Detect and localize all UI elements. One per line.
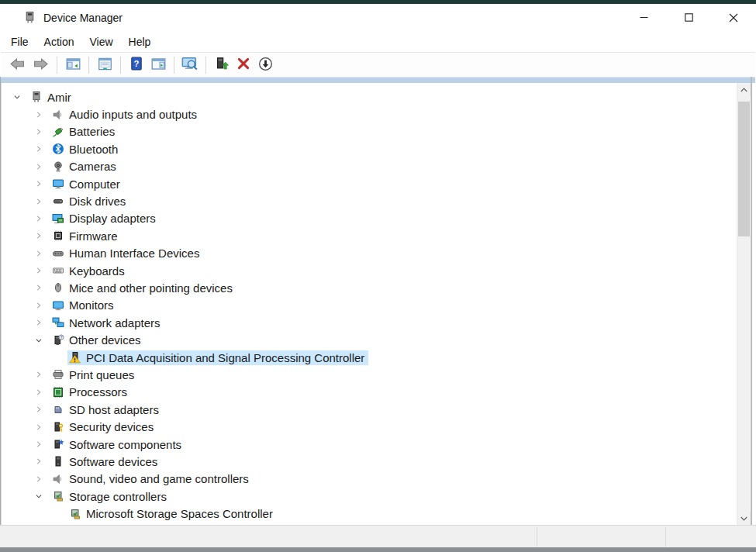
- tree-item-software-components[interactable]: Software components: [2, 436, 731, 453]
- node[interactable]: Print queues: [50, 367, 138, 382]
- device-manager-icon[interactable]: [23, 11, 36, 24]
- node[interactable]: Network adapters: [50, 316, 164, 330]
- tree-item-audio-inputs-and-outputs[interactable]: Audio inputs and outputs: [2, 105, 731, 122]
- back-arrow-button[interactable]: [5, 55, 29, 75]
- chevron-right-icon[interactable]: [33, 438, 50, 450]
- chevron-right-icon[interactable]: [33, 281, 50, 294]
- tree-item-cameras[interactable]: Cameras: [2, 158, 731, 175]
- mouse-icon: [52, 281, 64, 294]
- chevron-down-icon[interactable]: [33, 334, 50, 347]
- chevron-right-icon[interactable]: [33, 386, 50, 398]
- tree-item-batteries[interactable]: Batteries: [2, 123, 731, 140]
- node[interactable]: Monitors: [50, 298, 118, 312]
- menu-help[interactable]: Help: [121, 33, 159, 51]
- node[interactable]: Human Interface Devices: [50, 246, 203, 260]
- chevron-right-icon[interactable]: [33, 229, 50, 242]
- tree-item-keyboards[interactable]: Keyboards: [2, 262, 731, 279]
- chevron-right-icon[interactable]: [33, 247, 50, 260]
- chevron-right-icon[interactable]: [33, 264, 50, 277]
- tree-item-sound-video-and-game-controllers[interactable]: Sound, video and game controllers: [2, 471, 731, 488]
- tree-item-computer[interactable]: Computer: [2, 175, 731, 192]
- tree-item-monitors[interactable]: Monitors: [2, 297, 731, 314]
- show-console-tree-button[interactable]: [62, 55, 84, 75]
- chevron-right-icon[interactable]: [33, 455, 50, 467]
- chevron-down-icon[interactable]: [33, 490, 50, 502]
- chevron-right-icon[interactable]: [33, 126, 50, 138]
- node[interactable]: Audio inputs and outputs: [50, 107, 201, 122]
- chevron-right-icon[interactable]: [33, 143, 50, 155]
- node[interactable]: Keyboards: [50, 264, 129, 278]
- chevron-right-icon[interactable]: [33, 473, 50, 485]
- chevron-right-icon[interactable]: [33, 299, 50, 312]
- tree-item-firmware[interactable]: Firmware: [2, 227, 731, 244]
- selected-node[interactable]: PCI Data Acquisition and Signal Processi…: [67, 350, 368, 365]
- tree-item-microsoft-storage-spaces-controller[interactable]: Microsoft Storage Spaces Controller: [2, 505, 731, 522]
- node[interactable]: Display adapters: [50, 211, 160, 226]
- chevron-right-icon[interactable]: [33, 316, 50, 329]
- chevron-right-icon[interactable]: [33, 212, 50, 225]
- minimize-button[interactable]: [621, 4, 666, 31]
- help-button[interactable]: ?: [126, 55, 147, 75]
- scrollbar-thumb[interactable]: [738, 102, 750, 236]
- tree-item-storage-controllers[interactable]: Storage controllers: [2, 488, 731, 505]
- menu-action[interactable]: Action: [36, 33, 82, 51]
- scroll-down-button[interactable]: [737, 512, 751, 525]
- tree-item-software-devices[interactable]: Software devices: [2, 453, 731, 470]
- node[interactable]: Processors: [50, 385, 131, 399]
- node[interactable]: Software devices: [50, 454, 161, 469]
- disable-button[interactable]: [254, 55, 276, 75]
- tree-item-sd-host-adapters[interactable]: SD host adapters: [2, 401, 731, 418]
- close-button[interactable]: [711, 4, 756, 31]
- chevron-right-icon[interactable]: [33, 109, 50, 121]
- node[interactable]: ?Other devices: [50, 333, 145, 347]
- node[interactable]: Amir: [29, 90, 75, 105]
- update-driver-button[interactable]: [211, 55, 233, 75]
- tree-item-processors[interactable]: Processors: [2, 384, 731, 401]
- menu-file[interactable]: File: [3, 33, 36, 51]
- action-pane-button[interactable]: [147, 55, 169, 75]
- tree-item-disk-drives[interactable]: Disk drives: [2, 192, 731, 209]
- node[interactable]: Cameras: [50, 159, 120, 174]
- maximize-button[interactable]: [666, 4, 711, 31]
- node[interactable]: Batteries: [50, 124, 119, 139]
- chevron-right-icon[interactable]: [33, 421, 50, 433]
- tree-item-security-devices[interactable]: Security devices: [2, 418, 731, 435]
- node[interactable]: Disk drives: [50, 194, 129, 209]
- node[interactable]: Computer: [50, 177, 124, 191]
- tree-item-bluetooth[interactable]: Bluetooth: [2, 140, 731, 157]
- node[interactable]: Sound, video and game controllers: [50, 471, 253, 486]
- statusbar-divider: [665, 527, 666, 547]
- node[interactable]: Storage controllers: [50, 489, 171, 504]
- tree-item-print-queues[interactable]: Print queues: [2, 366, 731, 383]
- node[interactable]: Bluetooth: [50, 142, 122, 157]
- tree-item-network-adapters[interactable]: Network adapters: [2, 314, 731, 331]
- node-label: Software devices: [69, 455, 157, 468]
- node[interactable]: Mice and other pointing devices: [50, 281, 236, 295]
- chevron-right-icon[interactable]: [33, 403, 50, 416]
- chevron-right-icon[interactable]: [33, 178, 50, 190]
- node[interactable]: Microsoft Storage Spaces Controller: [67, 506, 277, 521]
- node[interactable]: SD host adapters: [50, 402, 163, 417]
- toolbar-separator-strip: [1, 77, 755, 83]
- forward-arrow-button[interactable]: [29, 55, 52, 75]
- node[interactable]: Security devices: [50, 419, 157, 434]
- tree-item-display-adapters[interactable]: Display adapters: [2, 210, 731, 227]
- node[interactable]: Software components: [50, 437, 185, 452]
- tree-item-human-interface-devices[interactable]: Human Interface Devices: [2, 245, 731, 262]
- scan-hardware-button[interactable]: [179, 55, 201, 75]
- tree-item-mice-and-other-pointing-devices[interactable]: Mice and other pointing devices: [2, 279, 731, 296]
- chevron-right-icon[interactable]: [33, 195, 50, 208]
- tree-item-other-devices[interactable]: ?Other devices: [2, 331, 731, 348]
- chevron-down-icon[interactable]: [12, 91, 29, 103]
- node-label: Bluetooth: [69, 143, 118, 156]
- properties-button[interactable]: [94, 55, 116, 75]
- menu-view[interactable]: View: [81, 33, 120, 51]
- tree-item-pci-data-acquisition-and-signal-processing-controller[interactable]: PCI Data Acquisition and Signal Processi…: [2, 349, 731, 366]
- chevron-right-icon[interactable]: [33, 160, 50, 173]
- vertical-scrollbar[interactable]: [737, 83, 750, 525]
- scroll-up-button[interactable]: [737, 83, 751, 96]
- uninstall-button[interactable]: [233, 55, 254, 75]
- node[interactable]: Firmware: [50, 229, 122, 243]
- chevron-right-icon[interactable]: [33, 368, 50, 381]
- tree-item-amir[interactable]: Amir: [2, 88, 731, 105]
